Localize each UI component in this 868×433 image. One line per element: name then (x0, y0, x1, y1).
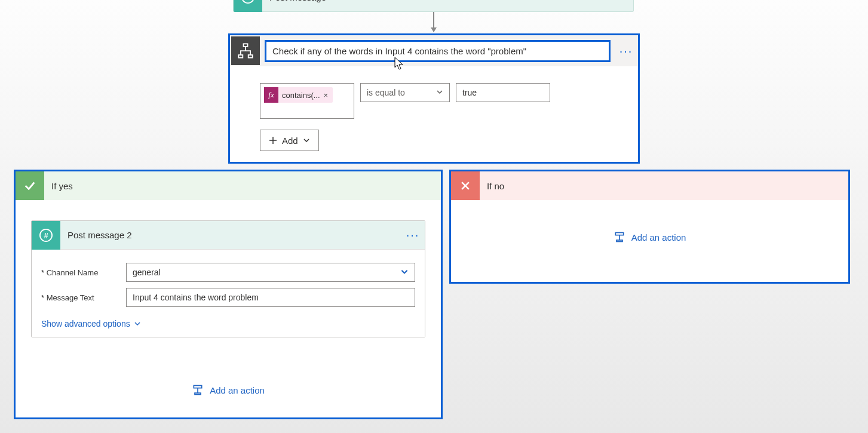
add-action-yes-button[interactable]: Add an action (31, 384, 425, 396)
condition-operator-select[interactable]: is equal to (360, 83, 450, 102)
svg-rect-8 (195, 393, 201, 395)
svg-rect-9 (615, 233, 623, 235)
post-message-2-menu-button[interactable]: ··· (401, 228, 425, 242)
plus-icon (269, 136, 277, 145)
condition-header[interactable]: Check if any of the words in Input 4 con… (230, 35, 638, 66)
fx-icon: fx (264, 87, 278, 103)
hash-icon: # (32, 221, 60, 250)
add-action-icon (614, 231, 625, 243)
condition-left-operand[interactable]: fx contains(... × (260, 83, 354, 119)
svg-text:#: # (44, 231, 48, 239)
prev-action-card[interactable]: # Post message (233, 0, 634, 12)
svg-rect-2 (244, 44, 248, 47)
post-message-2-header[interactable]: # Post message 2 ··· (32, 221, 425, 250)
chevron-down-icon (134, 320, 141, 327)
post-message-2-card: # Post message 2 ··· * Channel Name gene… (31, 220, 425, 337)
condition-title-input[interactable]: Check if any of the words in Input 4 con… (265, 40, 611, 62)
close-icon (451, 171, 480, 200)
add-condition-button[interactable]: Add (260, 130, 319, 151)
if-no-header: If no (451, 171, 848, 200)
add-action-icon (192, 384, 204, 396)
if-yes-branch: If yes # Post message 2 ··· * Channel Na… (14, 170, 443, 419)
check-icon (16, 171, 44, 200)
show-advanced-options-link[interactable]: Show advanced options (41, 319, 141, 328)
chevron-down-icon (436, 88, 443, 97)
condition-icon (231, 36, 260, 65)
channel-name-select[interactable]: general (126, 263, 415, 282)
chevron-down-icon (400, 268, 409, 278)
svg-rect-7 (194, 386, 201, 388)
if-no-title: If no (480, 181, 504, 191)
prev-action-title: Post message (262, 0, 326, 2)
condition-card: Check if any of the words in Input 4 con… (228, 33, 640, 164)
if-no-branch: If no Add an action (449, 170, 850, 284)
if-yes-title: If yes (44, 181, 73, 191)
svg-rect-3 (238, 55, 243, 58)
message-text-label: * Message Text (41, 293, 126, 302)
add-action-no-button[interactable]: Add an action (451, 231, 848, 243)
remove-token-button[interactable]: × (324, 91, 329, 100)
chevron-down-icon (303, 137, 310, 144)
if-yes-header: If yes (16, 171, 441, 200)
channel-name-label: * Channel Name (41, 268, 126, 277)
svg-rect-10 (617, 240, 622, 242)
message-text-input[interactable]: Input 4 contains the word problem (126, 288, 415, 307)
condition-menu-button[interactable]: ··· (614, 44, 638, 58)
hash-icon: # (234, 0, 262, 12)
flow-connector (433, 12, 434, 32)
post-message-2-title: Post message 2 (60, 230, 401, 240)
svg-text:#: # (246, 0, 250, 2)
expression-token[interactable]: fx contains(... × (264, 87, 333, 103)
svg-rect-4 (249, 55, 253, 58)
condition-right-operand[interactable]: true (456, 83, 550, 102)
